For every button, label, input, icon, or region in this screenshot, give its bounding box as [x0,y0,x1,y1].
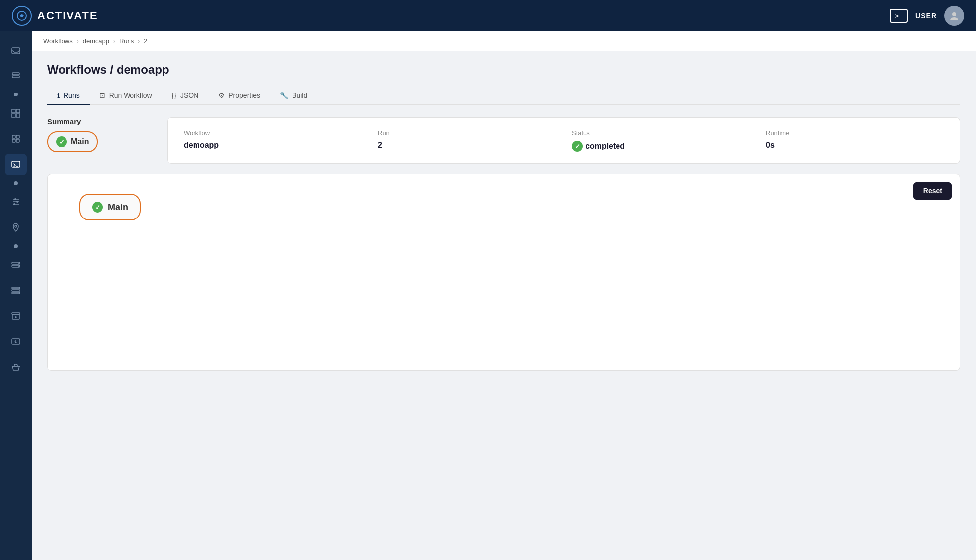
summary-field-status: Status ✓ completed [572,129,750,152]
svg-point-17 [16,201,18,203]
avatar[interactable] [944,6,964,26]
page-title: Workflows / demoapp [47,63,960,77]
tab-run-workflow[interactable]: ⊡ Run Workflow [90,87,162,105]
summary-left: Summary ✓ Main [47,117,156,164]
tab-build[interactable]: 🔧 Build [270,87,317,105]
canvas-main-node[interactable]: ✓ Main [79,194,141,220]
svg-rect-13 [12,161,20,167]
sidebar-item-layers[interactable] [5,65,27,87]
sidebar-item-terminal[interactable] [5,154,27,175]
tab-runs-label: Runs [64,92,80,99]
tab-runs[interactable]: ℹ Runs [47,87,90,105]
json-icon: {} [172,92,176,99]
workflow-canvas: Reset ✓ Main [47,174,960,371]
sidebar-item-sliders[interactable] [5,191,27,213]
sidebar-dot-1 [14,93,18,96]
check-icon-status: ✓ [572,141,583,152]
check-icon-badge: ✓ [56,136,67,147]
tabs: ℹ Runs ⊡ Run Workflow {} JSON ⚙ Properti… [47,87,960,105]
tab-build-label: Build [292,92,307,99]
app-name: ACTIVATE [37,9,98,22]
sidebar-item-inbox[interactable] [5,39,27,61]
tab-properties[interactable]: ⚙ Properties [208,87,270,105]
sidebar-dot-2 [14,181,18,185]
page-content: Workflows / demoapp ℹ Runs ⊡ Run Workflo… [32,51,976,560]
breadcrumb-sep-3: › [138,38,140,45]
svg-rect-12 [16,139,19,142]
canvas-main-node-label: Main [108,202,128,213]
sidebar-item-location[interactable] [5,217,27,238]
sidebar-item-basket[interactable] [5,356,27,378]
svg-rect-9 [12,135,15,138]
svg-rect-6 [16,109,20,113]
workflow-value: demoapp [184,141,362,150]
summary-main-badge[interactable]: ✓ Main [47,131,98,152]
workflow-label: Workflow [184,129,362,137]
user-area: >_ USER [890,6,964,26]
breadcrumb-workflows[interactable]: Workflows [43,37,73,45]
breadcrumb: Workflows › demoapp › Runs › 2 [32,31,976,51]
sidebar-dot-3 [14,244,18,248]
summary-field-workflow: Workflow demoapp [184,129,362,152]
svg-point-19 [13,203,15,205]
svg-rect-25 [12,287,20,289]
run-label: Run [378,129,556,137]
svg-point-1 [952,12,956,16]
runtime-label: Runtime [766,129,944,137]
summary-label: Summary [47,117,156,125]
sidebar-item-storage2[interactable] [5,280,27,301]
svg-rect-10 [16,135,19,138]
tab-json-label: JSON [180,92,198,99]
wrench-icon: 🔧 [280,92,288,99]
svg-point-24 [18,266,19,267]
logo-area: ACTIVATE [12,6,98,26]
run-icon: ⊡ [99,92,105,99]
svg-rect-4 [12,76,19,78]
top-nav: ACTIVATE >_ USER [0,0,976,31]
sidebar-item-storage1[interactable] [5,254,27,276]
run-value: 2 [378,141,556,150]
user-label: USER [915,12,937,20]
svg-point-20 [15,225,17,227]
breadcrumb-sep-1: › [77,38,79,45]
summary-main-badge-label: Main [71,137,89,146]
content-area: Workflows › demoapp › Runs › 2 Workflows… [32,31,976,560]
gear-icon: ⚙ [218,92,225,99]
tab-properties-label: Properties [228,92,260,99]
sidebar-item-grid[interactable] [5,102,27,124]
breadcrumb-run-id: 2 [144,37,147,45]
runtime-value: 0s [766,141,944,150]
breadcrumb-demoapp[interactable]: demoapp [83,37,109,45]
breadcrumb-runs[interactable]: Runs [119,37,134,45]
summary-section: Summary ✓ Main Workflow demoapp Run 2 [47,117,960,164]
terminal-button[interactable]: >_ [890,9,908,23]
sidebar-item-archive[interactable] [5,305,27,327]
summary-field-runtime: Runtime 0s [766,129,944,152]
status-value: ✓ completed [572,141,750,152]
info-icon: ℹ [57,92,60,99]
reset-button[interactable]: Reset [913,182,952,200]
tab-run-workflow-label: Run Workflow [109,92,152,99]
svg-rect-5 [12,109,15,113]
svg-rect-26 [12,290,20,291]
svg-rect-27 [12,292,20,294]
svg-point-23 [18,263,19,264]
summary-field-run: Run 2 [378,129,556,152]
svg-rect-11 [12,139,15,142]
sidebar-item-download[interactable] [5,331,27,352]
status-label: Status [572,129,750,137]
sidebar-item-packages[interactable] [5,128,27,150]
summary-card: Workflow demoapp Run 2 Status ✓ complete… [167,117,960,164]
svg-rect-7 [12,114,15,117]
svg-point-15 [14,198,16,200]
sidebar [0,31,32,560]
svg-rect-8 [16,114,20,117]
main-layout: Workflows › demoapp › Runs › 2 Workflows… [0,31,976,560]
logo-icon [12,6,32,26]
tab-json[interactable]: {} JSON [162,87,209,105]
breadcrumb-sep-2: › [113,38,115,45]
check-icon-node: ✓ [92,202,103,213]
svg-rect-3 [12,73,19,75]
